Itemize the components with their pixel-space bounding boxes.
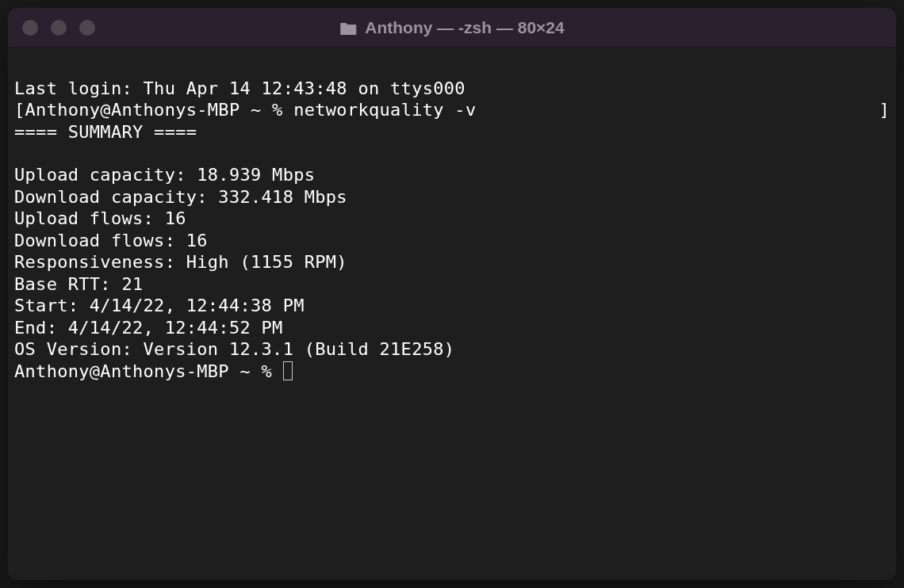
command-line-1: [Anthony@Anthonys-MBP ~ % networkquality…: [14, 99, 890, 121]
prompt-2: Anthony@Anthonys-MBP ~ %: [14, 361, 283, 381]
base-rtt-line: Base RTT: 21: [14, 273, 890, 296]
minimize-button[interactable]: [51, 20, 67, 36]
close-button[interactable]: [22, 20, 38, 36]
summary-header: ==== SUMMARY ====: [14, 121, 890, 143]
window-title-container: Anthony — -zsh — 80×24: [339, 18, 564, 37]
terminal-window: Anthony — -zsh — 80×24 Last login: Thu A…: [8, 8, 896, 580]
prompt-1: Anthony@Anthonys-MBP ~ %: [25, 100, 294, 120]
blank-line: [14, 143, 890, 164]
cursor: [283, 361, 293, 380]
download-capacity-line: Download capacity: 332.418 Mbps: [14, 186, 890, 208]
upload-flows-line: Upload flows: 16: [14, 208, 890, 230]
entered-command: networkquality -v: [293, 100, 476, 120]
title-bar[interactable]: Anthony — -zsh — 80×24: [8, 8, 896, 48]
os-version-line: OS Version: Version 12.3.1 (Build 21E258…: [14, 338, 890, 361]
responsiveness-line: Responsiveness: High (1155 RPM): [14, 251, 890, 273]
last-login-line: Last login: Thu Apr 14 12:43:48 on ttys0…: [14, 78, 890, 100]
maximize-button[interactable]: [79, 20, 95, 36]
end-line: End: 4/14/22, 12:44:52 PM: [14, 317, 890, 339]
window-title: Anthony — -zsh — 80×24: [365, 18, 564, 37]
window-controls: [8, 20, 95, 36]
command-line-2[interactable]: Anthony@Anthonys-MBP ~ %: [14, 361, 890, 383]
start-line: Start: 4/14/22, 12:44:38 PM: [14, 295, 890, 317]
prompt-close-bracket: ]: [879, 99, 890, 121]
prompt-open-bracket: [: [14, 100, 25, 120]
upload-capacity-line: Upload capacity: 18.939 Mbps: [14, 164, 890, 186]
terminal-body[interactable]: Last login: Thu Apr 14 12:43:48 on ttys0…: [8, 48, 896, 580]
download-flows-line: Download flows: 16: [14, 230, 890, 252]
folder-icon: [339, 21, 357, 35]
